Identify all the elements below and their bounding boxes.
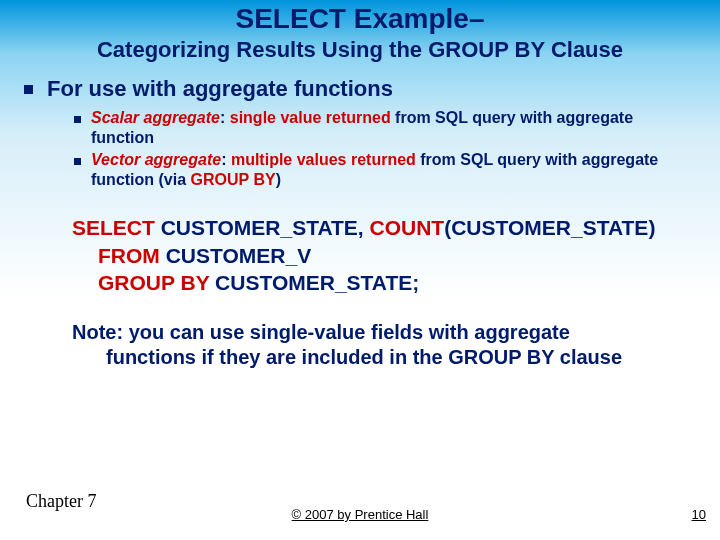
- note-line-2: functions if they are included in the GR…: [106, 345, 666, 370]
- code-l3b: CUSTOMER_STATE;: [209, 271, 419, 294]
- bullet-icon: [74, 116, 81, 123]
- slide-subtitle: Categorizing Results Using the GROUP BY …: [0, 37, 720, 63]
- bullet-icon: [24, 85, 33, 94]
- code-l1b: CUSTOMER_STATE,: [155, 216, 370, 239]
- code-line-2: FROM CUSTOMER_V: [98, 242, 696, 269]
- bullet-icon: [74, 158, 81, 165]
- note-line-1: Note: you can use single-value fields wi…: [72, 320, 666, 345]
- scalar-desc-red: single value returned: [230, 109, 391, 126]
- sub-bullet-list: Scalar aggregate: single value returned …: [74, 108, 696, 190]
- sub-bullet-scalar: Scalar aggregate: single value returned …: [74, 108, 696, 148]
- kw-select: SELECT: [72, 216, 155, 239]
- slide-title: SELECT Example–: [0, 0, 720, 35]
- sub-bullet-vector: Vector aggregate: multiple values return…: [74, 150, 696, 190]
- kw-from: FROM: [98, 244, 160, 267]
- vector-desc-tail2: ): [276, 171, 281, 188]
- kw-count: COUNT: [370, 216, 445, 239]
- vector-groupby: GROUP BY: [191, 171, 276, 188]
- colon: :: [220, 109, 230, 126]
- slide: SELECT Example– Categorizing Results Usi…: [0, 0, 720, 540]
- code-line-1: SELECT CUSTOMER_STATE, COUNT(CUSTOMER_ST…: [72, 214, 696, 241]
- page-number: 10: [692, 507, 706, 522]
- colon: :: [221, 151, 231, 168]
- code-l2b: CUSTOMER_V: [160, 244, 311, 267]
- slide-footer: Chapter 7 © 2007 by Prentice Hall 10: [0, 506, 720, 530]
- term-vector: Vector aggregate: [91, 151, 221, 168]
- main-bullet: For use with aggregate functions: [24, 75, 696, 103]
- sub-bullet-vector-text: Vector aggregate: multiple values return…: [91, 150, 696, 190]
- code-l1d: (CUSTOMER_STATE): [444, 216, 655, 239]
- sql-code-block: SELECT CUSTOMER_STATE, COUNT(CUSTOMER_ST…: [72, 214, 696, 296]
- note-block: Note: you can use single-value fields wi…: [72, 320, 666, 370]
- main-bullet-text: For use with aggregate functions: [47, 75, 393, 103]
- slide-body: For use with aggregate functions Scalar …: [0, 63, 720, 370]
- kw-groupby: GROUP BY: [98, 271, 209, 294]
- term-scalar: Scalar aggregate: [91, 109, 220, 126]
- sub-bullet-scalar-text: Scalar aggregate: single value returned …: [91, 108, 696, 148]
- code-line-3: GROUP BY CUSTOMER_STATE;: [98, 269, 696, 296]
- vector-desc-red: multiple values returned: [231, 151, 416, 168]
- copyright-text: © 2007 by Prentice Hall: [0, 507, 720, 522]
